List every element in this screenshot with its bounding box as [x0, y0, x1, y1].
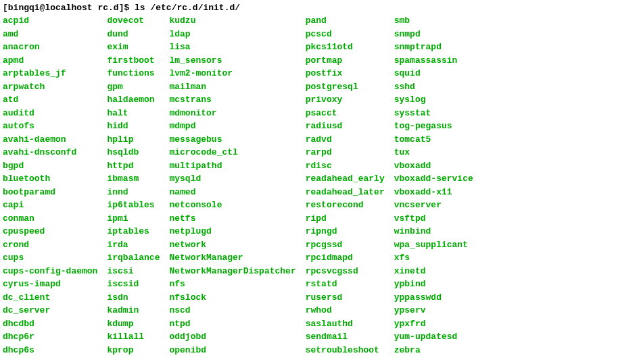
file-entry: xinetd [394, 265, 473, 278]
file-entry: haldaemon [107, 93, 160, 107]
file-entry: netconsole [169, 199, 295, 212]
file-entry: restorecond [306, 199, 385, 212]
file-entry: winbind [394, 225, 473, 238]
file-entry: iptables [107, 225, 160, 238]
file-entry: kdump [107, 317, 160, 331]
file-entry: yppasswdd [394, 291, 473, 305]
file-entry: halt [107, 107, 160, 120]
file-entry: netfs [169, 212, 295, 226]
file-entry: hsqldb [107, 146, 160, 159]
file-entry: ip6tables [107, 199, 160, 212]
file-entry: saslauthd [306, 317, 385, 331]
file-entry: squid [394, 67, 473, 80]
file-entry: named [169, 186, 295, 199]
file-entry: atd [3, 93, 97, 107]
file-entry: pand [306, 14, 385, 28]
file-entry: radvd [306, 133, 385, 147]
column-2: kudzuldaplisalm_sensorslvm2-monitormailm… [169, 14, 295, 357]
file-entry: pcscd [306, 28, 385, 41]
column-3: pandpcscdpkcs11otdportmappostfixpostgres… [306, 14, 385, 357]
file-entry: anacron [3, 41, 97, 54]
column-0: acpidamdanacronapmdarptables_jfarpwatcha… [3, 14, 97, 357]
file-entry: multipathd [169, 159, 295, 173]
file-entry: nfs [169, 278, 295, 291]
file-entry: cyrus-imapd [3, 278, 97, 291]
file-entry: dhcp6s [3, 344, 97, 357]
file-entry: bgpd [3, 159, 97, 173]
file-entry: rpcidmapd [306, 251, 385, 265]
file-entry: dhcp6r [3, 330, 97, 344]
file-entry: openibd [169, 344, 295, 357]
file-entry: ibmasm [107, 172, 160, 186]
file-entry: readahead_later [306, 186, 385, 199]
file-entry: capi [3, 199, 97, 212]
file-entry: vboxadd [394, 159, 473, 173]
file-entry: setroubleshoot [306, 344, 385, 357]
file-entry: ypserv [394, 304, 473, 317]
file-entry: NetworkManagerDispatcher [169, 265, 295, 278]
file-entry: iscsi [107, 265, 160, 278]
file-entry: dovecot [107, 14, 160, 28]
file-entry: network [169, 238, 295, 252]
file-entry: hidd [107, 120, 160, 133]
file-entry: ldap [169, 28, 295, 41]
column-1: dovecotdundeximfirstbootfunctionsgpmhald… [107, 14, 160, 357]
file-entry: portmap [306, 54, 385, 68]
file-entry: hplip [107, 133, 160, 147]
file-entry: irda [107, 238, 160, 252]
file-entry: radiusd [306, 120, 385, 133]
file-entry: psacct [306, 107, 385, 120]
file-entry: cups [3, 251, 97, 265]
file-entry: sysstat [394, 107, 473, 120]
file-entry: oddjobd [169, 330, 295, 344]
file-entry: readahead_early [306, 172, 385, 186]
file-entry: kprop [107, 344, 160, 357]
file-entry: irqbalance [107, 251, 160, 265]
file-entry: postgresql [306, 80, 385, 94]
file-entry: bluetooth [3, 172, 97, 186]
file-entry: snmpd [394, 28, 473, 41]
file-entry: avahi-dnsconfd [3, 146, 97, 159]
file-entry: NetworkManager [169, 251, 295, 265]
file-entry: dund [107, 28, 160, 41]
file-entry: ripngd [306, 225, 385, 238]
file-entry: lvm2-monitor [169, 67, 295, 80]
file-entry: dc_client [3, 291, 97, 305]
file-entry: lisa [169, 41, 295, 54]
file-entry: pkcs11otd [306, 41, 385, 54]
file-entry: cpuspeed [3, 225, 97, 238]
file-entry: tomcat5 [394, 133, 473, 147]
file-entry: functions [107, 67, 160, 80]
file-entry: apmd [3, 54, 97, 68]
file-entry: snmptrapd [394, 41, 473, 54]
file-entry: rdisc [306, 159, 385, 173]
file-entry: rstatd [306, 278, 385, 291]
file-entry: arpwatch [3, 80, 97, 94]
file-entry: isdn [107, 291, 160, 305]
file-entry: vboxadd-x11 [394, 186, 473, 199]
file-entry: httpd [107, 159, 160, 173]
file-entry: sendmail [306, 330, 385, 344]
file-entry: amd [3, 28, 97, 41]
file-entry: crond [3, 238, 97, 252]
file-entry: mcstrans [169, 93, 295, 107]
file-entry: mailman [169, 80, 295, 94]
file-entry: nscd [169, 304, 295, 317]
file-entry: yum-updatesd [394, 330, 473, 344]
file-entry: dhcdbd [3, 317, 97, 331]
file-entry: smb [394, 14, 473, 28]
file-entry: postfix [306, 67, 385, 80]
file-entry: rpcgssd [306, 238, 385, 252]
file-entry: cups-config-daemon [3, 265, 97, 278]
file-entry: exim [107, 41, 160, 54]
file-entry: ripd [306, 212, 385, 226]
file-entry: innd [107, 186, 160, 199]
file-entry: wpa_supplicant [394, 238, 473, 252]
file-entry: xfs [394, 251, 473, 265]
file-entry: firstboot [107, 54, 160, 68]
file-entry: gpm [107, 80, 160, 94]
file-entry: vboxadd-service [394, 172, 473, 186]
file-entry: acpid [3, 14, 97, 28]
file-entry: netplugd [169, 225, 295, 238]
file-entry: avahi-daemon [3, 133, 97, 147]
